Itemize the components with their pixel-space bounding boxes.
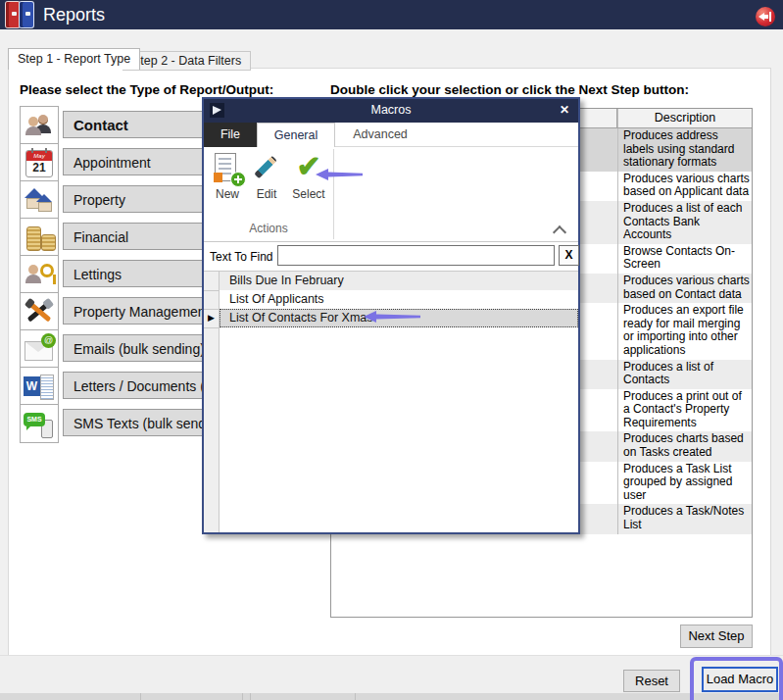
sms-icon: SMS [20,404,59,443]
property-management-icon [20,292,59,331]
collapse-ribbon-icon[interactable] [553,225,566,239]
macros-dialog-title: Macros [204,103,578,117]
page-title: Reports [43,5,105,25]
description-column-header[interactable]: Description [617,109,752,127]
macros-dialog: Macros ✕ File General Advanced New Edit … [202,97,580,534]
ribbon-tab-strip: File General Advanced [204,123,578,147]
list-item[interactable]: List Of Applicants [220,290,578,309]
tab-step1[interactable]: Step 1 - Report Type [8,48,140,70]
double-click-instruction: Double click your selection or click the… [330,82,689,97]
description-cell: Produces an export file ready for mail m… [617,303,752,359]
find-row: Text To Find X [204,242,578,272]
tab-general[interactable]: General [257,123,335,147]
macros-dialog-title-bar: Macros ✕ [204,99,578,123]
appointment-icon: May21 [20,143,59,182]
description-cell: Produces charts based on Tasks created [617,431,752,461]
reset-button[interactable]: Reset [623,670,680,692]
tab-file[interactable]: File [204,123,257,147]
new-button[interactable]: New [208,151,247,201]
pencil-icon [249,151,284,184]
emails-icon: @ [20,329,59,369]
binders-icon [5,2,36,27]
exit-icon[interactable] [756,7,775,26]
lettings-icon [20,255,59,294]
checkmark-icon: ✔ [286,151,331,184]
row-gutter: ▶ [204,272,220,532]
ribbon-actions-group: New Edit ✔ Select Actions [204,147,578,242]
next-step-button[interactable]: Next Step [680,625,753,648]
description-cell: Produces a list of Contacts [617,360,752,389]
description-cell: Produces various charts based on Contact… [617,274,752,303]
select-button[interactable]: ✔ Select [286,151,331,201]
title-bar: Reports [0,0,783,29]
description-cell: Produces various charts based on Applica… [617,172,752,201]
reports-window: Reports Step 1 - Report Type Step 2 - Da… [0,0,783,700]
property-icon [20,180,59,220]
select-type-instruction: Please select the Type of Report/Output: [20,82,273,97]
contact-icon [20,106,59,145]
new-document-icon [208,151,247,184]
clear-find-button[interactable]: X [559,245,579,266]
find-input[interactable] [277,245,555,266]
description-cell: Produces address labels using standard s… [617,128,752,172]
list-item-selected[interactable]: List Of Contacts For Xmas [220,309,578,327]
word-icon: W [20,367,59,406]
financial-icon [20,218,59,257]
description-cell: Produces a Task/Notes List [617,504,752,533]
description-cell: Produces a list of each Contacts Bank Ac… [617,201,752,244]
description-cell: Produces a Task List grouped by assigned… [617,462,752,505]
tab-advanced[interactable]: Advanced [335,123,425,147]
tab-step2[interactable]: Step 2 - Data Filters [122,51,251,71]
description-cell: Produces a print out of a Contact's Prop… [617,389,752,432]
actions-group-label: Actions [204,222,333,235]
find-label: Text To Find [210,250,272,264]
description-cell: Browse Contacts On-Screen [617,244,752,274]
edit-button[interactable]: Edit [249,151,284,201]
load-macro-button[interactable]: Load Macro [702,667,778,692]
status-bar [0,693,783,700]
close-icon[interactable]: ✕ [560,103,569,117]
list-item[interactable]: Bills Due In February [220,272,578,290]
selected-row-marker: ▶ [204,309,219,328]
macro-list: ▶ Bills Due In February List Of Applican… [204,272,578,532]
